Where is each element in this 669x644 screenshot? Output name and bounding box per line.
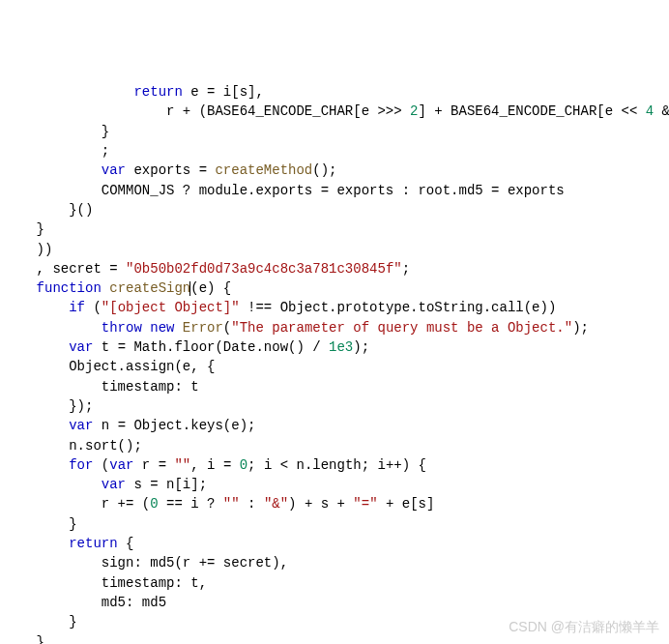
code-block: return e = i[s], r + (BASE64_ENCODE_CHAR…	[4, 82, 669, 644]
